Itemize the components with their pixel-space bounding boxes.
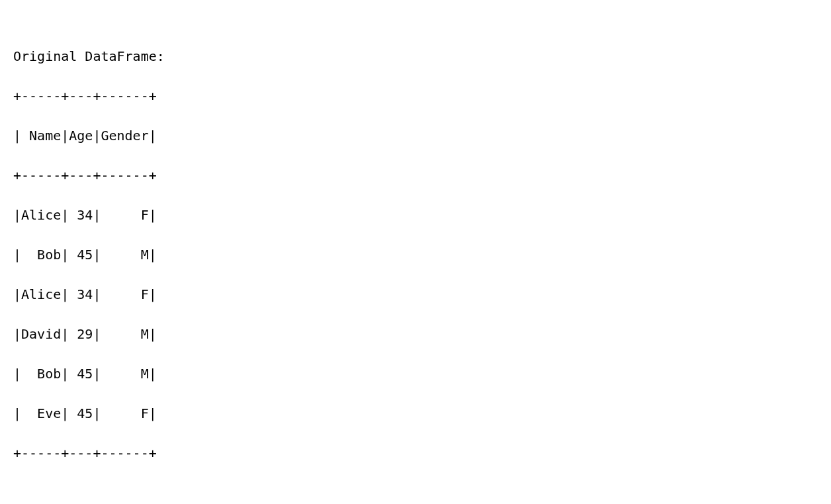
section1-title: Original DataFrame:	[13, 46, 818, 66]
section1-border-bottom: +-----+---+------+	[13, 443, 818, 463]
table-row: | Eve| 45| F|	[13, 403, 818, 423]
section1-border-top: +-----+---+------+	[13, 86, 818, 106]
table-row: |Alice| 34| F|	[13, 284, 818, 304]
table-row: |Alice| 34| F|	[13, 205, 818, 225]
table-row: | Bob| 45| M|	[13, 245, 818, 265]
section1-header: | Name|Age|Gender|	[13, 126, 818, 146]
section1-border-mid: +-----+---+------+	[13, 165, 818, 185]
table-row: |David| 29| M|	[13, 324, 818, 344]
table-row: | Bob| 45| M|	[13, 364, 818, 384]
